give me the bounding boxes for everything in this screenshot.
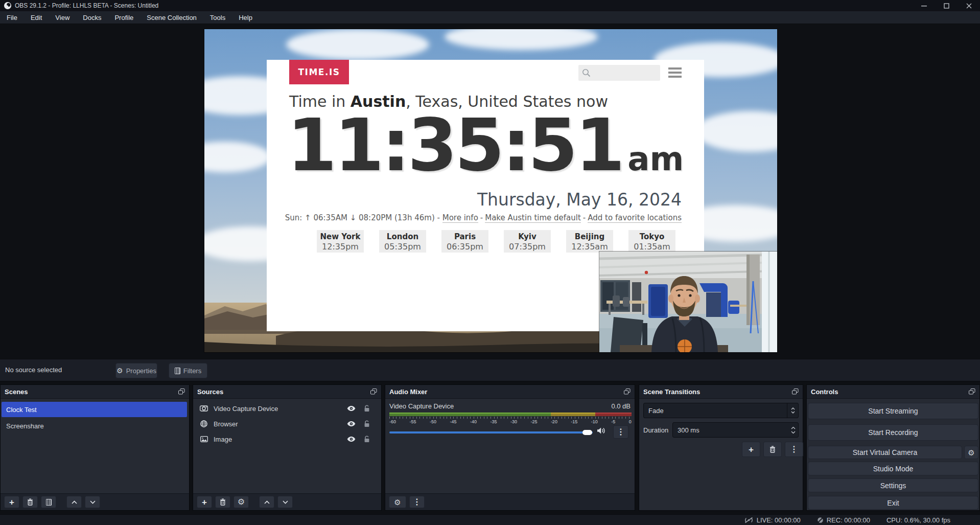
volume-slider-handle[interactable]: [582, 430, 592, 435]
menu-help[interactable]: Help: [232, 11, 259, 24]
visibility-eye-icon[interactable]: [347, 405, 356, 412]
controls-title: Controls: [811, 388, 838, 396]
dots-vertical-icon: ⋮: [617, 428, 625, 436]
chevron-down-icon: [791, 411, 795, 414]
menu-docks[interactable]: Docks: [76, 11, 108, 24]
source-item-image[interactable]: Image: [194, 431, 380, 447]
visibility-eye-icon[interactable]: [347, 421, 356, 427]
start-streaming-button[interactable]: Start Streaming: [808, 403, 978, 419]
add-scene-button[interactable]: +: [4, 496, 19, 508]
meter-tick-ruler: [389, 417, 632, 419]
chevron-down-icon: [283, 500, 288, 504]
lock-icon[interactable]: [364, 420, 370, 427]
scene-item-screenshare[interactable]: Screenshare: [2, 418, 187, 433]
chevron-down-icon: [791, 431, 796, 433]
studio-mode-button[interactable]: Studio Mode: [808, 462, 978, 475]
maximize-button[interactable]: [935, 0, 958, 11]
source-down-button[interactable]: [277, 496, 293, 508]
dots-vertical-icon: ⋮: [790, 445, 798, 453]
source-up-button[interactable]: [259, 496, 274, 508]
date-line: Thursday, May 16, 2024: [285, 190, 682, 210]
mixer-volume-db: 0.0 dB: [611, 402, 631, 410]
popout-icon[interactable]: [969, 389, 975, 395]
virtual-camera-config-button[interactable]: ⚙: [964, 446, 978, 459]
scene-transitions-title: Scene Transitions: [643, 388, 700, 396]
audio-mixer-title: Audio Mixer: [389, 388, 427, 396]
minimize-button[interactable]: [913, 0, 935, 11]
volume-slider[interactable]: [389, 430, 593, 435]
mixer-channel-menu-button[interactable]: ⋮: [613, 425, 628, 439]
speaker-icon[interactable]: [597, 427, 605, 434]
big-clock: 11:35:51 am: [267, 110, 704, 181]
scene-up-button[interactable]: [66, 496, 82, 508]
duration-label: Duration: [643, 426, 668, 434]
remove-transition-button[interactable]: [763, 442, 782, 457]
clock-time: 11:35:51: [287, 110, 622, 181]
source-item-video-capture[interactable]: Video Capture Device: [194, 401, 380, 416]
remove-scene-button[interactable]: [22, 496, 38, 508]
globe-icon: [199, 420, 208, 427]
start-recording-button[interactable]: Start Recording: [808, 424, 978, 441]
exit-button[interactable]: Exit: [808, 496, 978, 510]
properties-button[interactable]: ⚙ Properties: [115, 363, 157, 378]
chevron-down-icon: [90, 500, 96, 504]
sources-list: Video Capture Device Browser: [193, 399, 381, 493]
audio-mixer-body: Video Capture Device 0.0 dB -60-55-50-45…: [385, 399, 635, 493]
lock-icon[interactable]: [364, 436, 370, 443]
lock-icon[interactable]: [364, 405, 370, 412]
image-icon: [199, 436, 208, 442]
transition-properties-button[interactable]: ⋮: [785, 442, 803, 457]
advanced-audio-button[interactable]: ⚙: [389, 496, 406, 508]
popout-icon[interactable]: [178, 389, 185, 395]
sun-times: Sun: ↑ 06:35AM ↓ 08:20PM (13h 46m) -: [285, 213, 440, 222]
add-transition-button[interactable]: +: [742, 442, 760, 457]
status-bar: LIVE: 00:00:00 REC: 00:00:00 CPU: 0.6%, …: [0, 514, 980, 525]
menu-edit[interactable]: Edit: [24, 11, 49, 24]
menu-profile[interactable]: Profile: [108, 11, 140, 24]
search-input: [591, 68, 652, 78]
plus-icon: +: [749, 445, 754, 454]
scene-item-clock-test[interactable]: Clock Test: [2, 402, 187, 417]
scene-filters-button[interactable]: [41, 496, 56, 508]
menu-tools[interactable]: Tools: [203, 11, 232, 24]
scene-down-button[interactable]: [85, 496, 100, 508]
scenes-toolbar: +: [1, 493, 189, 510]
popout-icon[interactable]: [624, 389, 631, 395]
mixer-channel-name: Video Capture Device: [389, 402, 454, 410]
mixer-menu-button[interactable]: ⋮: [409, 496, 425, 508]
source-properties-button[interactable]: ⚙: [234, 496, 249, 508]
filters-icon: [46, 499, 52, 506]
popout-icon[interactable]: [370, 389, 377, 395]
cpu-fps-stats: CPU: 0.6%, 30.00 fps: [886, 516, 950, 524]
transition-select[interactable]: Fade: [643, 403, 799, 418]
settings-button[interactable]: Settings: [808, 478, 978, 492]
remove-source-button[interactable]: [215, 496, 230, 508]
filters-button[interactable]: Filters: [169, 363, 207, 378]
duration-spinner[interactable]: 300 ms: [672, 422, 799, 438]
menu-view[interactable]: View: [49, 11, 76, 24]
audio-mixer-panel: Audio Mixer Video Capture Device 0.0 dB …: [385, 384, 635, 511]
timeis-logo: TIME.IS: [289, 60, 349, 84]
start-virtual-camera-button[interactable]: Start Virtual Camera: [808, 446, 962, 459]
plus-icon: +: [9, 498, 14, 507]
chevron-up-icon: [72, 500, 77, 504]
webcam-overlay: [599, 252, 777, 352]
add-source-button[interactable]: +: [197, 496, 212, 508]
visibility-eye-icon[interactable]: [347, 436, 356, 442]
gear-icon: ⚙: [968, 449, 974, 456]
menu-scene-collection[interactable]: Scene Collection: [140, 11, 203, 24]
spinner-arrows[interactable]: [791, 423, 796, 437]
close-button[interactable]: [958, 0, 980, 11]
obs-logo-icon: [4, 2, 11, 9]
preview-canvas[interactable]: TIME.IS Time in Austin, Texas, United St…: [204, 29, 777, 352]
sources-toolbar: + ⚙: [193, 493, 381, 510]
menu-bar: File Edit View Docks Profile Scene Colle…: [0, 11, 980, 24]
sun-info-line: Sun: ↑ 06:35AM ↓ 08:20PM (13h 46m) - Mor…: [285, 213, 682, 222]
preview-area: TIME.IS Time in Austin, Texas, United St…: [0, 24, 980, 359]
menu-file[interactable]: File: [0, 11, 24, 24]
scenes-panel: Scenes Clock Test Screenshare +: [0, 384, 190, 511]
scene-transitions-body: Fade Duration 300 ms + ⋮: [639, 399, 803, 510]
source-item-browser[interactable]: Browser: [194, 416, 380, 431]
volume-slider-track[interactable]: [389, 431, 593, 433]
popout-icon[interactable]: [792, 389, 799, 395]
